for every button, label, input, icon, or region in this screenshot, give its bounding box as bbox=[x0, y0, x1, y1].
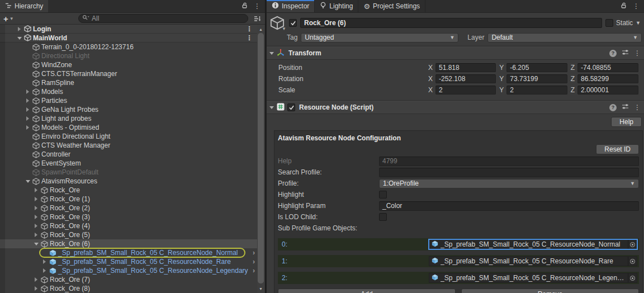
scroll-down-icon[interactable]: ▼ bbox=[257, 285, 264, 292]
component-menu-icon[interactable]: ⋮ bbox=[634, 50, 641, 56]
prefab-open-chevron-icon[interactable]: › bbox=[253, 267, 255, 275]
expand-arrow-icon[interactable] bbox=[24, 89, 32, 94]
hierarchy-row[interactable]: CTS.CTSTerrainManager ⋮ › bbox=[0, 69, 257, 78]
tab-project-settings[interactable]: ⚙ Project Settings bbox=[358, 0, 425, 12]
object-field[interactable]: _Sp_prefab_SM_Small_Rock_05 C_ResourceNo… bbox=[429, 239, 637, 249]
hierarchy-scrollbar[interactable]: ▲ ▼ bbox=[257, 25, 264, 293]
expand-arrow-icon[interactable] bbox=[24, 134, 32, 139]
prefab-open-chevron-icon[interactable]: › bbox=[253, 258, 255, 266]
object-field[interactable]: _Sp_prefab_SM_Small_Rock_05 C_ResourceNo… bbox=[429, 273, 637, 283]
expand-arrow-icon[interactable] bbox=[32, 187, 40, 193]
component-enabled-checkbox[interactable] bbox=[287, 103, 295, 111]
hierarchy-row[interactable]: Models - Optimised ⋮ › bbox=[0, 123, 257, 132]
hierarchy-row[interactable]: Rock_Ore (5) ⋮ › bbox=[0, 230, 257, 239]
expand-arrow-icon[interactable] bbox=[24, 71, 32, 77]
tab-hierarchy[interactable]: Hierarchy bbox=[0, 0, 48, 12]
expand-arrow-icon[interactable] bbox=[41, 268, 49, 273]
position-y-field[interactable]: -6.205 bbox=[506, 63, 567, 72]
object-field[interactable]: _Sp_prefab_SM_Small_Rock_05 C_ResourceNo… bbox=[429, 256, 637, 266]
hierarchy-row[interactable]: _Sp_prefab_SM_Small_Rock_05 C_ResourceNo… bbox=[0, 248, 257, 257]
lock-icon[interactable] bbox=[621, 2, 627, 11]
expand-arrow-icon[interactable] bbox=[32, 223, 40, 229]
object-picker-icon[interactable] bbox=[628, 273, 637, 282]
active-checkbox[interactable] bbox=[289, 19, 297, 27]
sort-icon[interactable] bbox=[252, 14, 263, 23]
profile-dropdown[interactable]: 1:OreProfile ▼ bbox=[379, 179, 639, 188]
tag-dropdown[interactable]: Untagged ▼ bbox=[301, 33, 458, 42]
hierarchy-row[interactable]: SpawnPointDefault ⋮ › bbox=[0, 168, 257, 177]
hierarchy-row[interactable]: Models ⋮ › bbox=[0, 87, 257, 96]
component-menu-icon[interactable]: ⋮ bbox=[634, 104, 641, 111]
tab-lighting[interactable]: Lighting bbox=[315, 0, 358, 12]
tab-inspector[interactable]: Inspector bbox=[267, 0, 315, 12]
hierarchy-row[interactable]: Rock_Ore (4) ⋮ › bbox=[0, 221, 257, 230]
help-button[interactable]: Help bbox=[611, 117, 642, 127]
hierarchy-row[interactable]: WindZone ⋮ › bbox=[0, 60, 257, 69]
position-x-field[interactable]: 51.818 bbox=[435, 63, 496, 72]
help-icon[interactable]: ? bbox=[609, 50, 617, 57]
hierarchy-row[interactable]: Rock_Ore (7) ⋮ › bbox=[0, 275, 257, 284]
highlight-param-field[interactable]: _Color bbox=[379, 201, 639, 211]
position-z-field[interactable]: -74.08855 bbox=[577, 63, 638, 72]
hierarchy-row[interactable]: Terrain_0_0-20180122-123716 ⋮ › bbox=[0, 42, 257, 51]
hierarchy-row[interactable]: GeNa Light Probes ⋮ › bbox=[0, 105, 257, 114]
hierarchy-row[interactable]: Rock_Ore (3) ⋮ › bbox=[0, 212, 257, 221]
hierarchy-row[interactable]: _Sp_prefab_SM_Small_Rock_05 C_ResourceNo… bbox=[0, 266, 257, 275]
scale-x-field[interactable]: 2 bbox=[435, 86, 496, 94]
expand-arrow-icon[interactable] bbox=[32, 286, 40, 291]
hierarchy-row[interactable]: Directional Light ⋮ › bbox=[0, 51, 257, 60]
expand-arrow-icon[interactable] bbox=[32, 232, 40, 238]
expand-arrow-icon[interactable] bbox=[32, 196, 40, 202]
resource-node-header[interactable]: Resource Node (Script) ? ⋮ bbox=[267, 101, 644, 114]
expand-arrow-icon[interactable] bbox=[24, 53, 32, 59]
expand-arrow-icon[interactable] bbox=[24, 152, 32, 157]
name-field[interactable]: Rock_Ore (6) bbox=[300, 18, 602, 28]
rotation-y-field[interactable]: 73.73199 bbox=[506, 74, 567, 83]
hierarchy-row[interactable]: MainWorld ⋮ › bbox=[0, 34, 257, 42]
item-menu-icon[interactable]: ⋮ bbox=[246, 26, 253, 32]
scale-y-field[interactable]: 2 bbox=[506, 86, 567, 94]
foldout-icon[interactable] bbox=[269, 52, 274, 55]
expand-arrow-icon[interactable] bbox=[24, 80, 32, 86]
hierarchy-row[interactable]: CTS Weather Manager ⋮ › bbox=[0, 141, 257, 150]
expand-arrow-icon[interactable] bbox=[24, 107, 32, 112]
panel-menu-icon[interactable]: ⋮ bbox=[254, 3, 261, 10]
add-button[interactable]: Add bbox=[278, 289, 456, 293]
item-menu-icon[interactable]: ⋮ bbox=[246, 35, 253, 41]
panel-menu-icon[interactable]: ⋮ bbox=[633, 3, 640, 10]
expand-arrow-icon[interactable] bbox=[24, 44, 32, 50]
is-lod-child-checkbox[interactable] bbox=[379, 213, 387, 221]
lock-icon[interactable] bbox=[242, 2, 248, 11]
presets-icon[interactable] bbox=[622, 49, 629, 58]
static-dropdown-icon[interactable]: ▼ bbox=[636, 21, 641, 26]
reset-id-button[interactable]: Reset ID bbox=[596, 144, 639, 154]
object-picker-icon[interactable] bbox=[628, 240, 637, 249]
expand-arrow-icon[interactable] bbox=[24, 125, 32, 130]
search-input[interactable]: All bbox=[78, 14, 248, 23]
expand-arrow-icon[interactable] bbox=[41, 259, 49, 264]
hierarchy-row[interactable]: _Sp_prefab_SM_Small_Rock_05 C_ResourceNo… bbox=[0, 257, 257, 266]
expand-arrow-icon[interactable] bbox=[32, 277, 40, 282]
expand-arrow-icon[interactable] bbox=[16, 26, 23, 32]
hierarchy-row[interactable]: Login ⋮ › bbox=[0, 25, 257, 34]
expand-arrow-icon[interactable] bbox=[16, 35, 23, 41]
expand-arrow-icon[interactable] bbox=[41, 250, 49, 256]
create-button[interactable]: + ▼ bbox=[3, 15, 14, 23]
object-picker-icon[interactable] bbox=[628, 257, 637, 266]
hierarchy-row[interactable]: Rock_Ore (6) ⋮ › bbox=[0, 239, 257, 248]
hierarchy-row[interactable]: Rock_Ore ⋮ › bbox=[0, 186, 257, 195]
scale-z-field[interactable]: 2.000001 bbox=[577, 86, 638, 94]
scrollbar-thumb[interactable] bbox=[258, 33, 264, 283]
expand-arrow-icon[interactable] bbox=[32, 241, 40, 247]
rotation-x-field[interactable]: -252.108 bbox=[435, 74, 496, 83]
help-icon[interactable]: ? bbox=[609, 104, 617, 111]
hierarchy-row[interactable]: Controller ⋮ › bbox=[0, 150, 257, 159]
hierarchy-row[interactable]: EventSystem ⋮ › bbox=[0, 159, 257, 168]
layer-dropdown[interactable]: Default ▼ bbox=[487, 33, 642, 42]
hierarchy-row[interactable]: Light and probes ⋮ › bbox=[0, 114, 257, 123]
gameobject-icon[interactable]: ▼ bbox=[270, 16, 286, 30]
hierarchy-row[interactable]: Enviro Directional Light ⋮ › bbox=[0, 132, 257, 141]
remove-button[interactable]: Remove bbox=[461, 289, 639, 293]
hierarchy-row[interactable]: RamSpline ⋮ › bbox=[0, 78, 257, 87]
rotation-z-field[interactable]: 86.58299 bbox=[577, 74, 638, 83]
